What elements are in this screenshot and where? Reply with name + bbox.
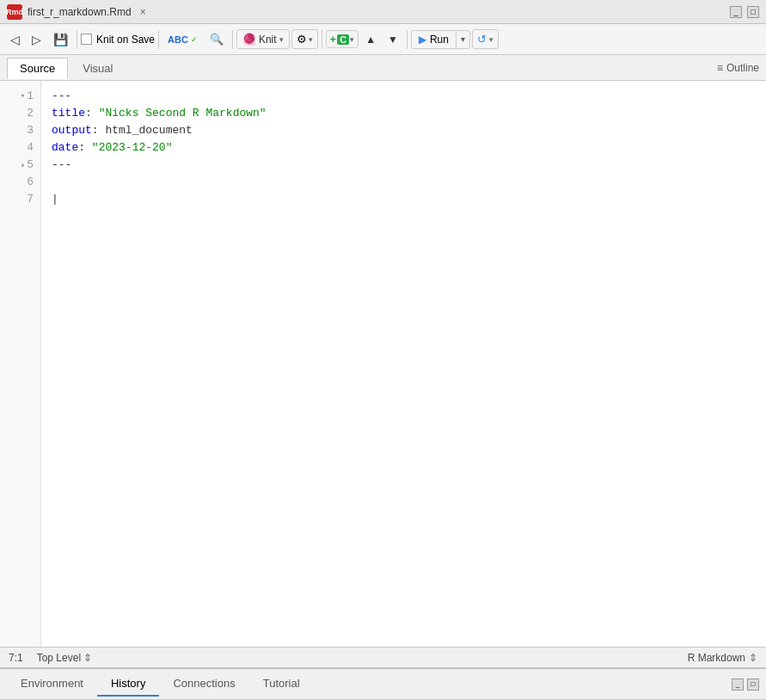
line-number-4: 4: [0, 139, 40, 157]
line-number-7: 7: [0, 191, 40, 208]
code-line-4: date: "2023-12-20": [52, 139, 756, 157]
down-arrow-icon: ▼: [388, 34, 398, 46]
run-current-chunk-button[interactable]: ▼: [383, 30, 403, 49]
fold-arrow-1[interactable]: ▾: [16, 88, 25, 105]
tab-connections[interactable]: Connections: [159, 672, 248, 697]
line-number-6: 6: [0, 174, 40, 191]
code-editor[interactable]: ▾ 1 2 3 4 ▴ 5 6: [0, 81, 766, 647]
separator-2: [158, 30, 159, 49]
panel-maximize-button[interactable]: □: [747, 679, 759, 691]
line-number-gutter: ▾ 1 2 3 4 ▴ 5 6: [0, 81, 41, 647]
file-type-icon: Rmd: [7, 4, 22, 20]
rerun-button[interactable]: ↺ ▾: [472, 29, 499, 49]
back-button[interactable]: ◁: [5, 29, 25, 50]
window-controls: _ □: [730, 6, 759, 18]
maximize-button[interactable]: □: [747, 6, 759, 18]
minimize-button[interactable]: _: [730, 6, 742, 18]
code-line-3: output: html_document: [52, 122, 756, 139]
bottom-tab-bar: Environment History Connections Tutorial…: [0, 669, 766, 700]
code-context: Top Level: [37, 652, 81, 664]
save-icon: 💾: [53, 33, 68, 46]
fold-arrow-5[interactable]: ▴: [16, 157, 25, 174]
file-type-stepper[interactable]: ⇕: [749, 652, 757, 664]
code-line-6: [52, 174, 756, 191]
line-number-1: ▾ 1: [0, 88, 40, 105]
rerun-dropdown-arrow: ▾: [489, 35, 493, 44]
tab-history[interactable]: History: [97, 672, 159, 697]
title-bar: Rmd first_r_markdown.Rmd × _ □: [0, 0, 766, 24]
knit-button[interactable]: 🧶 Knit ▾: [236, 29, 290, 49]
run-button-group: ▶ Run ▾: [411, 30, 470, 49]
run-previous-chunks-button[interactable]: ▲: [360, 30, 381, 49]
tab-visual[interactable]: Visual: [70, 58, 126, 78]
code-line-5: ---: [52, 157, 756, 174]
rerun-icon: ↺: [477, 33, 487, 46]
line-number-5: ▴ 5: [0, 157, 40, 174]
editor-body: ▾ 1 2 3 4 ▴ 5 6: [0, 81, 766, 647]
status-bar: 7:1 Top Level ⇕ R Markdown ⇕: [0, 647, 766, 667]
line-number-3: 3: [0, 122, 40, 139]
save-button[interactable]: 💾: [48, 29, 73, 50]
run-main-button[interactable]: ▶ Run: [412, 31, 457, 48]
spellcheck-button[interactable]: ABC ✓: [162, 31, 203, 48]
add-chunk-button[interactable]: + C ▾: [326, 30, 359, 48]
add-chunk-dropdown-arrow: ▾: [350, 35, 354, 44]
code-line-7: [52, 191, 756, 208]
back-icon: ◁: [10, 33, 20, 46]
knit-icon: 🧶: [242, 33, 256, 46]
separator-5: [407, 30, 408, 49]
outline-icon: ≡: [717, 62, 723, 74]
spellcheck-icon: ABC: [168, 34, 188, 45]
file-type-group: R Markdown ⇕: [688, 652, 757, 664]
up-arrow-icon: ▲: [365, 34, 376, 46]
separator-1: [77, 30, 77, 49]
run-arrow-icon: ▶: [419, 34, 426, 46]
code-lines-container[interactable]: --- title: "Nicks Second R Markdown" out…: [41, 81, 766, 647]
separator-3: [232, 30, 233, 49]
knit-dropdown-arrow: ▾: [279, 35, 284, 44]
knit-on-save-label: Knit on Save: [96, 34, 155, 46]
file-tab-label: first_r_markdown.Rmd: [28, 6, 132, 18]
file-type-label: R Markdown: [688, 652, 745, 664]
search-button[interactable]: 🔍: [205, 29, 229, 49]
tab-close-button[interactable]: ×: [137, 4, 150, 20]
run-label: Run: [430, 34, 449, 46]
toolbar: ◁ ▷ 💾 Knit on Save ABC ✓ 🔍 🧶 Knit: [0, 24, 766, 55]
tab-tutorial[interactable]: Tutorial: [249, 672, 314, 697]
knit-on-save-checkbox[interactable]: [81, 34, 92, 45]
add-chunk-c-icon: C: [337, 34, 349, 45]
gear-dropdown-arrow: ▾: [309, 35, 313, 44]
forward-icon: ▷: [32, 33, 41, 46]
search-icon: 🔍: [210, 33, 224, 46]
cursor-position: 7:1: [9, 652, 23, 664]
add-chunk-plus-icon: +: [330, 33, 337, 46]
settings-button[interactable]: ⚙ ▾: [291, 29, 318, 49]
code-line-2: title: "Nicks Second R Markdown": [52, 105, 756, 122]
tab-source[interactable]: Source: [7, 58, 68, 79]
editor-tab-bar: Source Visual ≡ Outline: [0, 55, 766, 81]
context-stepper[interactable]: ⇕: [83, 652, 92, 664]
panel-minimize-button[interactable]: _: [732, 679, 744, 691]
forward-button[interactable]: ▷: [27, 29, 46, 50]
bottom-panel: Environment History Connections Tutorial…: [0, 667, 766, 700]
run-dropdown-button[interactable]: ▾: [457, 32, 469, 46]
line-number-2: 2: [0, 105, 40, 122]
gear-icon: ⚙: [297, 33, 307, 46]
tab-group: Rmd first_r_markdown.Rmd ×: [7, 4, 150, 20]
outline-button[interactable]: ≡ Outline: [717, 62, 759, 74]
panel-window-controls: _ □: [732, 679, 759, 691]
code-line-1: ---: [52, 88, 756, 105]
tab-environment[interactable]: Environment: [7, 672, 97, 697]
knit-label: Knit: [259, 34, 277, 46]
app-window: Rmd first_r_markdown.Rmd × _ □ ◁ ▷ 💾 Kni…: [0, 0, 766, 700]
separator-4: [322, 30, 322, 49]
knit-on-save-group: Knit on Save: [81, 34, 155, 46]
